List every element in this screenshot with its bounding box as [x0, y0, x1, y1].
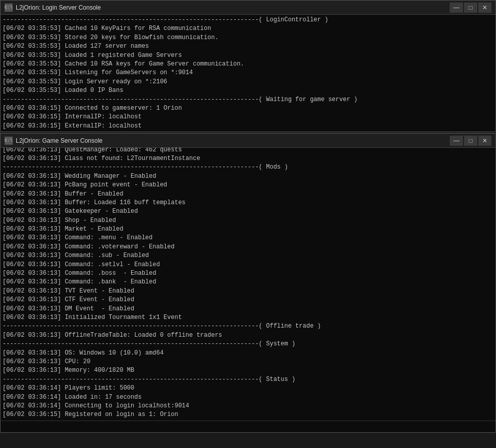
console-line: [06/02 03:36:15] Registered on login as …	[3, 410, 493, 419]
console-line: [06/02 03:36:13] Command: .boss - Enable…	[3, 269, 493, 278]
console-line: [06/02 03:35:53] Loaded 0 IP Bans	[3, 86, 493, 95]
console-line: [06/02 03:36:15] InternalIP: localhost	[3, 113, 493, 121]
window-login-title: L2jOrion: Login Server Console	[16, 4, 450, 11]
console-line: [06/02 03:36:13] Command: .setlvl - Enab…	[3, 261, 493, 269]
console-line: [06/02 03:36:14] Players limit: 5000	[3, 384, 493, 393]
login-console-output: ----------------------------------------…	[1, 15, 495, 132]
close-button-gs[interactable]: ✕	[478, 136, 491, 146]
window-gameserver-title: L2jOrion: Game Server Console	[16, 137, 450, 144]
console-line: [06/02 03:35:53] Listening for GameServe…	[3, 69, 493, 77]
window-controls-gs: — □ ✕	[450, 136, 491, 146]
console-line: [06/02 03:35:53] Loaded 127 server names	[3, 42, 493, 51]
console-line: [06/02 03:36:13] QuestManager: Loaded: 4…	[3, 148, 493, 154]
titlebar-gameserver: C:\ L2jOrion: Game Server Console — □ ✕	[1, 134, 495, 148]
input-row	[1, 421, 495, 432]
console-line: [06/02 03:36:13] CTF Event - Enabled	[3, 296, 493, 304]
console-line: [06/02 03:36:13] OfflineTradeTable: Load…	[3, 331, 493, 340]
window-gameserver: C:\ L2jOrion: Game Server Console — □ ✕ …	[0, 133, 496, 433]
console-line: [06/02 03:36:13] Shop - Enabled	[3, 216, 493, 225]
console-line: ----------------------------------------…	[3, 322, 493, 331]
close-button[interactable]: ✕	[478, 3, 491, 13]
console-line: [06/02 03:36:13] CPU: 20	[3, 358, 493, 366]
console-line: [06/02 03:35:53] Stored 20 keys for Blow…	[3, 34, 493, 42]
console-line: [06/02 03:36:13] Buffer: Loaded 116 buff…	[3, 199, 493, 207]
console-line: [06/02 03:36:13] Initialized Tournament …	[3, 313, 493, 322]
console-line: [06/02 03:35:53] Loaded 1 registered Gam…	[3, 51, 493, 60]
console-line: [06/02 03:36:13] Command: .menu - Enable…	[3, 234, 493, 242]
console-line: [06/02 03:36:13] Class not found: L2Tour…	[3, 154, 493, 163]
console-line: [06/02 03:36:14] Connecting to login loc…	[3, 402, 493, 410]
app-icon-gs: C:\	[5, 137, 13, 145]
console-line: ----------------------------------------…	[3, 16, 493, 24]
window-controls: — □ ✕	[450, 3, 491, 13]
console-input[interactable]	[2, 422, 494, 431]
console-line: [06/02 03:36:13] Command: .bank - Enable…	[3, 278, 493, 286]
console-line: [06/02 03:35:53] Cached 10 KeyPairs for …	[3, 24, 493, 33]
window-login: C:\ L2jOrion: Login Server Console — □ ✕…	[0, 0, 496, 132]
minimize-button-gs[interactable]: —	[450, 136, 463, 146]
console-line: [06/02 03:36:14] Loaded in: 17 seconds	[3, 393, 493, 402]
console-line: [06/02 03:36:13] Command: .sub - Enabled	[3, 251, 493, 260]
console-line: [06/02 03:35:53] Cached 10 RSA keys for …	[3, 60, 493, 69]
console-line: [06/02 03:36:13] Gatekeeper - Enabled	[3, 207, 493, 216]
console-line: ----------------------------------------…	[3, 375, 493, 384]
app-icon: C:\	[5, 4, 13, 12]
console-line: ----------------------------------------…	[3, 163, 493, 172]
minimize-button[interactable]: —	[450, 3, 463, 13]
console-line: [06/02 03:36:13] OS: Windows 10 (10.0) a…	[3, 349, 493, 358]
console-line: [06/02 03:36:13] PcBang point event - En…	[3, 181, 493, 189]
console-line: [06/02 03:36:13] Memory: 400/1820 MB	[3, 366, 493, 375]
console-line: [06/02 03:36:15] ExternalIP: localhost	[3, 122, 493, 131]
titlebar-login: C:\ L2jOrion: Login Server Console — □ ✕	[1, 1, 495, 15]
maximize-button[interactable]: □	[464, 3, 477, 13]
console-line: [06/02 03:36:13] Wedding Manager - Enabl…	[3, 172, 493, 181]
console-line: [06/02 03:36:15] Connected to gameserver…	[3, 104, 493, 113]
console-line: [06/02 03:36:13] Command: .votereward - …	[3, 243, 493, 251]
console-line: [06/02 03:35:53] Login Server ready on *…	[3, 78, 493, 86]
gameserver-console-output: [06/02 03:36:13] Event ID: (Medals Event…	[1, 148, 495, 421]
maximize-button-gs[interactable]: □	[464, 136, 477, 146]
console-line: [06/02 03:36:13] Buffer - Enabled	[3, 190, 493, 199]
console-line: ----------------------------------------…	[3, 95, 493, 104]
console-line: [06/02 03:36:13] DM Event - Enabled	[3, 305, 493, 313]
console-line: [06/02 03:36:13] Market - Enabled	[3, 225, 493, 234]
console-line: [06/02 03:36:13] TVT Event - Enabled	[3, 287, 493, 296]
console-line: ----------------------------------------…	[3, 340, 493, 348]
